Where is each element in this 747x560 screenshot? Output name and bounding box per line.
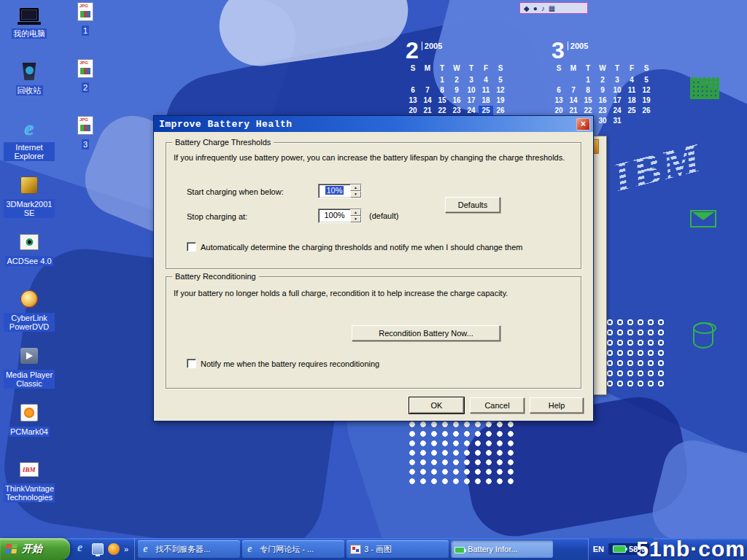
cancel-button[interactable]: Cancel <box>470 397 525 413</box>
task-button-label: Battery Infor... <box>468 545 517 553</box>
desktop-icon-label: 3DMark2001 SE <box>4 199 55 218</box>
spinner-down-icon[interactable]: ▼ <box>350 216 361 222</box>
taskbar-task-button[interactable]: Battery Infor... <box>451 540 553 558</box>
desktop-icon-label: PCMark04 <box>9 427 50 437</box>
desktop-icons-column-1: 我的电脑 回收站 Internet Explorer 3DMark2001 SE… <box>3 3 55 515</box>
desktop-icon-label: Media Player Classic <box>4 370 55 389</box>
envelope-decoration-icon <box>690 210 716 228</box>
toolbar-diamond-icon[interactable]: ◆ <box>524 4 530 12</box>
watermark-51nb: 51nb·com <box>636 537 746 560</box>
desktop-icon[interactable]: Internet Explorer <box>3 117 55 174</box>
spinner-down-icon[interactable]: ▼ <box>350 191 361 198</box>
desktop-icon-glyph <box>77 2 93 21</box>
keyboard-grid-decoration-icon <box>690 77 719 99</box>
desktop-icon-label: ACDSee 4.0 <box>5 256 53 266</box>
show-desktop-icon[interactable] <box>92 543 104 555</box>
defaults-button[interactable]: Defaults <box>445 197 500 213</box>
toolbar-note-icon[interactable]: ♪ <box>541 4 545 12</box>
toolbar-grid-icon[interactable]: ▦ <box>549 4 555 12</box>
default-note: (default) <box>369 211 398 220</box>
taskbar: 开始 » 找不到服务器... 专门网论坛 - ... 3 - 画图 Batter… <box>0 538 747 560</box>
desktop-icon-glyph <box>20 290 38 308</box>
ie-quick-launch-icon[interactable] <box>76 543 88 555</box>
cylinder-decoration-icon <box>693 322 713 349</box>
auto-determine-checkbox[interactable] <box>187 242 196 252</box>
task-button-label: 3 - 画图 <box>364 544 392 555</box>
close-icon[interactable]: × <box>576 118 590 131</box>
start-charging-spinner[interactable]: 10% ▲ ▼ <box>318 184 362 198</box>
dialog-title-bar[interactable]: Improve Battery Health × <box>154 116 593 132</box>
calendar-march-2005: 3 2005 SMTWTFS12345678910111213141516171… <box>551 39 658 126</box>
spinner-up-icon[interactable]: ▲ <box>350 209 361 216</box>
task-button-icon <box>142 545 152 554</box>
desktop-icon[interactable]: ThinkVantage Technologies <box>3 458 55 515</box>
auto-determine-checkbox-label: Automatically determine the charging thr… <box>201 242 522 252</box>
desktop-icon[interactable]: 我的电脑 <box>3 3 55 60</box>
reconditioning-description: If your battery no longer holds a full c… <box>174 289 573 298</box>
desktop-icon[interactable]: 3 <box>69 114 102 171</box>
calendar-year: 2005 <box>422 42 442 50</box>
desktop-icon[interactable]: 回收站 <box>3 60 55 117</box>
desktop-icon[interactable]: 3DMark2001 SE <box>3 174 55 230</box>
spinner-up-icon[interactable]: ▲ <box>350 184 361 191</box>
taskbar-task-button[interactable]: 专门网论坛 - ... <box>242 540 344 558</box>
desktop-icon-label: ThinkVantage Technologies <box>4 483 55 502</box>
desktop-icon[interactable]: Media Player Classic <box>3 344 55 401</box>
desktop-icon-label: Internet Explorer <box>4 142 55 161</box>
quick-launch-overflow-chevron[interactable]: » <box>124 545 128 553</box>
desktop-icon-glyph <box>21 63 37 80</box>
calendar-year: 2005 <box>568 42 588 50</box>
desktop-icon-label: 1 <box>82 26 89 36</box>
desktop-icon-glyph <box>20 462 39 477</box>
taskbar-task-button[interactable]: 3 - 画图 <box>347 540 449 558</box>
desktop-icon-glyph <box>20 348 38 364</box>
desktop-icon-label: CyberLink PowerDVD <box>4 313 55 332</box>
battery-reconditioning-group: Battery Reconditioning If your battery n… <box>166 276 581 389</box>
start-charging-value[interactable]: 10% <box>325 186 343 195</box>
desktop-icon-glyph <box>20 404 38 421</box>
thresholds-description: If you infrequently use battery power, y… <box>174 153 573 162</box>
start-charging-label: Start charging when below: <box>187 187 284 197</box>
desktop-icon-glyph <box>20 176 38 194</box>
desktop-icon[interactable]: ACDSee 4.0 <box>3 230 55 287</box>
battery-icon <box>613 545 626 553</box>
taskbar-task-button[interactable]: 找不到服务器... <box>138 540 240 558</box>
desktop-icon[interactable]: 2 <box>69 57 102 114</box>
stop-charging-label: Stop charging at: <box>187 211 247 222</box>
desktop-icon[interactable]: 1 <box>69 0 102 57</box>
media-player-quick-launch-icon[interactable] <box>108 543 120 555</box>
desktop-icon[interactable]: CyberLink PowerDVD <box>3 287 55 344</box>
language-indicator[interactable]: EN <box>593 545 604 553</box>
desktop-icon-glyph <box>20 8 39 21</box>
calendar-month-number: 2 <box>406 39 419 61</box>
recondition-battery-button[interactable]: Recondition Battery Now... <box>352 325 500 341</box>
stop-charging-spinner[interactable]: 100% ▲ ▼ <box>318 209 362 223</box>
desktop-icon-label: 我的电脑 <box>12 28 47 39</box>
windows-logo-icon <box>5 544 19 555</box>
desktop-icon-glyph <box>25 117 34 140</box>
notify-reconditioning-checkbox[interactable] <box>187 359 196 368</box>
task-button-label: 专门网论坛 - ... <box>260 544 314 555</box>
floating-toolbar[interactable]: ◆ ● ♪ ▦ <box>519 2 588 14</box>
desktop-icon-glyph <box>77 59 93 78</box>
desktop-icon-label: 3 <box>82 139 89 149</box>
stop-charging-value[interactable]: 100% <box>319 209 350 222</box>
notify-reconditioning-checkbox-label: Notify me when the battery requires reco… <box>201 359 379 369</box>
dialog-title: Improve Battery Health <box>159 119 576 130</box>
ok-button[interactable]: OK <box>409 397 464 413</box>
start-button[interactable]: 开始 <box>0 538 70 560</box>
quick-launch-bar: » <box>70 538 135 560</box>
battery-charge-thresholds-group: Battery Charge Thresholds If you infrequ… <box>166 142 581 269</box>
desktop-icon[interactable]: PCMark04 <box>3 401 55 458</box>
calendar-month-number: 3 <box>551 39 565 61</box>
task-button-icon <box>454 547 465 553</box>
calendar-february-2005: 2 2005 SMTWTFS12345678910111213141516171… <box>406 39 512 126</box>
group-legend: Battery Reconditioning <box>172 272 259 281</box>
help-button[interactable]: Help <box>530 397 584 413</box>
group-legend: Battery Charge Thresholds <box>172 138 274 147</box>
dots-pattern-decoration <box>407 420 518 487</box>
desktop: IBM 2 2005 SMTWTFS1234567891011121314151… <box>0 0 747 560</box>
task-button-icon <box>246 545 257 554</box>
task-button-icon <box>350 545 361 554</box>
toolbar-dot-icon[interactable]: ● <box>533 4 538 12</box>
